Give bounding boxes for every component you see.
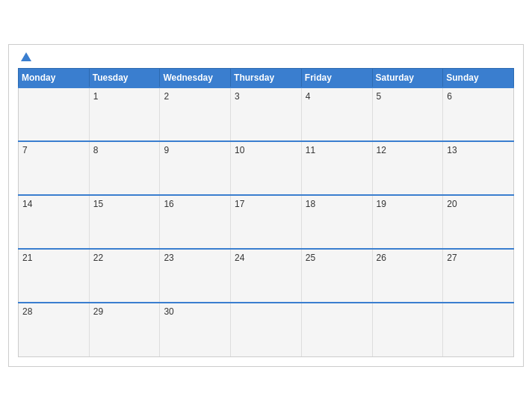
day-number: 15 — [93, 199, 103, 209]
day-number: 16 — [164, 199, 173, 209]
calendar-header — [18, 52, 514, 62]
calendar-week-3: 21222324252627 — [19, 249, 514, 303]
day-number: 23 — [164, 253, 173, 263]
day-number: 17 — [235, 199, 244, 209]
calendar-cell: 22 — [89, 249, 160, 303]
calendar-cell: 12 — [372, 141, 443, 195]
calendar-cell — [372, 303, 443, 356]
day-number: 12 — [377, 145, 386, 155]
calendar-cell: 17 — [231, 195, 302, 249]
calendar-cell: 21 — [19, 249, 90, 303]
day-header-tuesday: Tuesday — [89, 69, 160, 88]
day-number: 14 — [22, 199, 32, 209]
calendar-cell: 26 — [372, 249, 443, 303]
calendar-cell: 18 — [301, 195, 372, 249]
day-number: 26 — [377, 253, 386, 263]
calendar-week-0: 123456 — [19, 87, 514, 141]
calendar-week-2: 14151617181920 — [19, 195, 514, 249]
day-number: 27 — [447, 253, 457, 263]
calendar-cell: 24 — [231, 249, 302, 303]
day-header-monday: Monday — [19, 69, 90, 88]
calendar-cell: 25 — [301, 249, 372, 303]
day-number: 13 — [447, 145, 457, 155]
days-header-row: MondayTuesdayWednesdayThursdayFridaySatu… — [19, 69, 514, 88]
day-number: 18 — [306, 199, 315, 209]
day-number: 5 — [377, 91, 382, 102]
day-header-sunday: Sunday — [443, 69, 514, 88]
day-number: 11 — [306, 145, 315, 155]
calendar-cell: 8 — [89, 141, 160, 195]
calendar-cell: 30 — [160, 303, 231, 356]
calendar-cell: 13 — [443, 141, 514, 195]
day-number: 9 — [164, 145, 169, 155]
calendar-cell: 4 — [301, 87, 372, 141]
calendar-cell: 3 — [231, 87, 302, 141]
day-number: 8 — [93, 145, 99, 155]
calendar-cell: 20 — [443, 195, 514, 249]
logo — [18, 52, 31, 62]
calendar-cell — [301, 303, 372, 356]
calendar-cell: 16 — [160, 195, 231, 249]
day-number: 4 — [306, 91, 311, 102]
day-header-friday: Friday — [301, 69, 372, 88]
day-header-wednesday: Wednesday — [160, 69, 231, 88]
calendar-cell: 1 — [89, 87, 160, 141]
calendar-cell — [443, 303, 514, 356]
calendar-cell — [19, 87, 90, 141]
calendar-cell: 2 — [160, 87, 231, 141]
calendar-cell: 7 — [19, 141, 90, 195]
logo-triangle-icon — [21, 52, 31, 61]
calendar-cell: 11 — [301, 141, 372, 195]
day-number: 24 — [235, 253, 244, 263]
calendar-cell: 9 — [160, 141, 231, 195]
day-header-saturday: Saturday — [372, 69, 443, 88]
calendar-week-1: 78910111213 — [19, 141, 514, 195]
calendar-cell: 14 — [19, 195, 90, 249]
day-header-thursday: Thursday — [231, 69, 302, 88]
calendar-cell: 15 — [89, 195, 160, 249]
day-number: 29 — [93, 306, 103, 317]
day-number: 22 — [93, 253, 103, 263]
calendar-week-4: 282930 — [19, 303, 514, 356]
calendar-cell: 23 — [160, 249, 231, 303]
calendar-cell: 29 — [89, 303, 160, 356]
day-number: 1 — [93, 91, 99, 102]
calendar-container: MondayTuesdayWednesdayThursdayFridaySatu… — [8, 44, 524, 367]
day-number: 2 — [164, 91, 169, 102]
day-number: 3 — [235, 91, 240, 102]
calendar-cell: 27 — [443, 249, 514, 303]
day-number: 20 — [447, 199, 457, 209]
day-number: 19 — [377, 199, 386, 209]
calendar-cell: 5 — [372, 87, 443, 141]
calendar-cell: 10 — [231, 141, 302, 195]
day-number: 6 — [447, 91, 452, 102]
day-number: 30 — [164, 306, 173, 317]
day-number: 10 — [235, 145, 244, 155]
calendar-cell: 19 — [372, 195, 443, 249]
calendar-cell: 28 — [19, 303, 90, 356]
day-number: 25 — [306, 253, 315, 263]
day-number: 7 — [22, 145, 28, 155]
calendar-cell — [231, 303, 302, 356]
calendar-cell: 6 — [443, 87, 514, 141]
day-number: 21 — [22, 253, 32, 263]
day-number: 28 — [22, 306, 32, 317]
calendar-table: MondayTuesdayWednesdayThursdayFridaySatu… — [18, 68, 514, 357]
